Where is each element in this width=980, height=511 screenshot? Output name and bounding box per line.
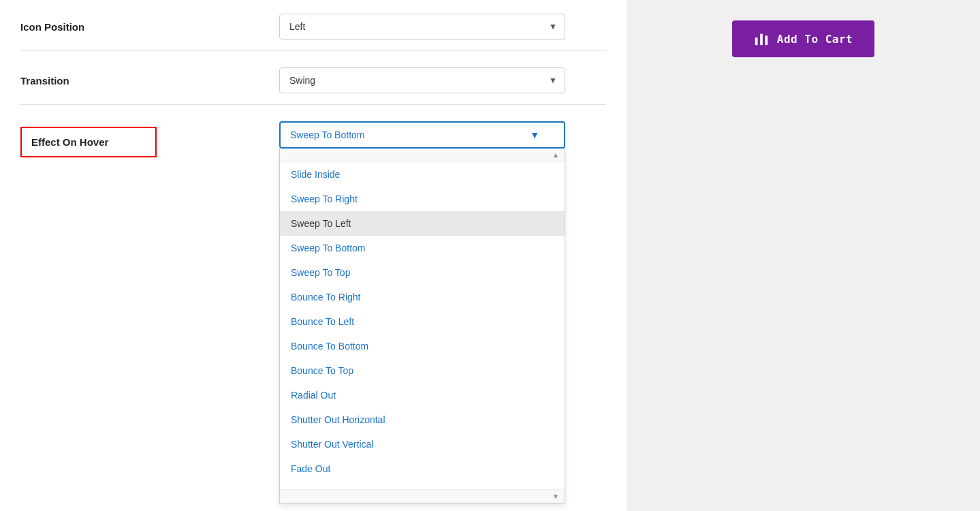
effect-on-hover-control: Sweep To Bottom ▼ ▲ Slide Inside Sweep T… — [279, 121, 565, 149]
dropdown-item-bounce-to-left[interactable]: Bounce To Left — [280, 309, 565, 334]
dropdown-list[interactable]: Slide Inside Sweep To Right Sweep To Lef… — [280, 162, 565, 489]
effect-on-hover-chevron-icon: ▼ — [530, 129, 539, 140]
icon-position-row: Icon Position Left Right Top Bottom ▼ — [20, 14, 606, 51]
transition-select[interactable]: Swing Ease Linear — [279, 67, 565, 93]
dropdown-item-sweep-to-left[interactable]: Sweep To Left — [280, 211, 565, 236]
dropdown-item-gradiant[interactable]: Gradiant — [280, 481, 565, 489]
dropdown-item-shutter-out-horizontal[interactable]: Shutter Out Horizontal — [280, 407, 565, 432]
dropdown-item-bounce-to-top[interactable]: Bounce To Top — [280, 358, 565, 383]
dropdown-item-radial-out[interactable]: Radial Out — [280, 383, 565, 407]
effect-on-hover-select-wrapper: Sweep To Bottom ▼ — [279, 121, 565, 149]
effect-on-hover-current-value: Sweep To Bottom — [290, 129, 364, 140]
right-panel: Add To Cart — [627, 0, 980, 511]
add-to-cart-label: Add To Cart — [777, 33, 853, 46]
icon-position-select[interactable]: Left Right Top Bottom — [279, 14, 565, 40]
scroll-down-icon: ▼ — [552, 493, 559, 500]
add-to-cart-button[interactable]: Add To Cart — [732, 20, 874, 57]
transition-select-wrapper: Swing Ease Linear ▼ — [279, 67, 565, 93]
dropdown-item-sweep-to-bottom[interactable]: Sweep To Bottom — [280, 236, 565, 260]
dropdown-item-slide-inside[interactable]: Slide Inside — [280, 162, 565, 187]
dropdown-item-bounce-to-bottom[interactable]: Bounce To Bottom — [280, 334, 565, 358]
effect-on-hover-select-display[interactable]: Sweep To Bottom ▼ — [279, 121, 565, 149]
dropdown-item-sweep-to-right[interactable]: Sweep To Right — [280, 187, 565, 211]
svg-rect-4 — [765, 35, 768, 45]
scroll-down-indicator[interactable]: ▼ — [280, 489, 565, 503]
dropdown-item-shutter-out-vertical[interactable]: Shutter Out Vertical — [280, 432, 565, 456]
scroll-up-icon: ▲ — [552, 151, 559, 159]
transition-row: Transition Swing Ease Linear ▼ — [20, 67, 606, 105]
icon-position-label: Icon Position — [20, 21, 84, 33]
effect-on-hover-dropdown: ▲ Slide Inside Sweep To Right Sweep To L… — [279, 149, 565, 504]
effect-on-hover-label: Effect On Hover — [20, 127, 157, 157]
icon-position-select-wrapper: Left Right Top Bottom ▼ — [279, 14, 565, 40]
dropdown-item-sweep-to-top[interactable]: Sweep To Top — [280, 260, 565, 285]
svg-rect-2 — [755, 37, 758, 45]
scroll-up-indicator[interactable]: ▲ — [280, 149, 565, 162]
svg-rect-3 — [760, 34, 763, 45]
transition-label: Transition — [20, 75, 69, 87]
dropdown-item-fade-out[interactable]: Fade Out — [280, 456, 565, 481]
effect-on-hover-row: Effect On Hover Sweep To Bottom ▼ ▲ Slid… — [20, 121, 606, 168]
bar-chart-icon — [754, 31, 769, 46]
dropdown-item-bounce-to-right[interactable]: Bounce To Right — [280, 285, 565, 309]
